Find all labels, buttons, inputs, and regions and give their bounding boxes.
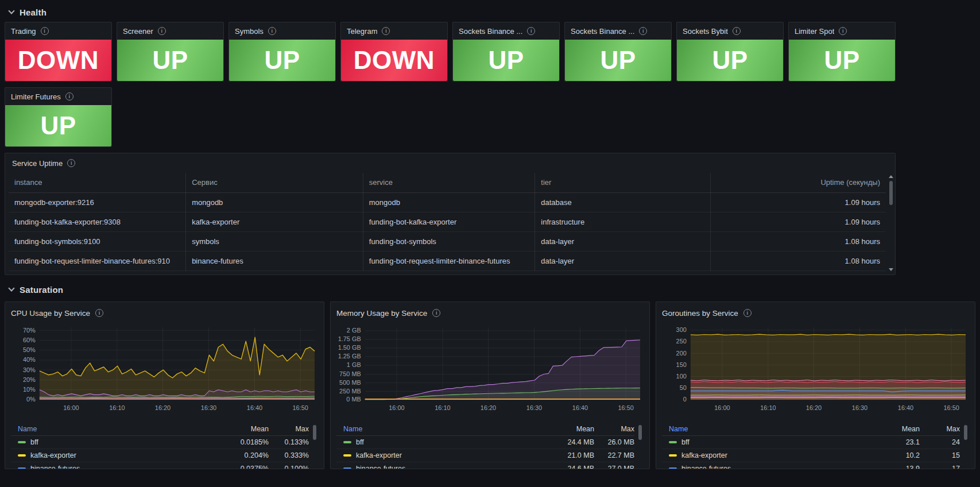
legend-sort-max[interactable]: Max [269, 425, 309, 433]
info-icon[interactable]: i [432, 309, 440, 317]
status-value: UP [565, 40, 671, 81]
legend-scrollbar[interactable] [638, 424, 642, 469]
legend-sort-max[interactable]: Max [594, 425, 634, 433]
column-header-4[interactable]: Uptime (секунды) [710, 173, 886, 192]
scroll-up-icon[interactable] [889, 175, 893, 178]
table-cell: data-layer [535, 251, 711, 270]
info-icon[interactable]: i [67, 159, 75, 167]
legend-series-toggle[interactable]: kafka-exporter [336, 451, 541, 459]
legend-scrollbar[interactable] [963, 424, 968, 469]
stat-panel-header: Limiter Futuresi [5, 88, 111, 105]
svg-text:20%: 20% [23, 376, 36, 383]
info-icon[interactable]: i [41, 27, 49, 35]
legend: NameMeanMaxbff24.4 MB26.0 MBkafka-export… [336, 423, 644, 469]
chart-panel-cpu-usage-by-service: CPU Usage by Servicei16:0016:1016:2016:3… [5, 302, 324, 469]
scrollbar-thumb[interactable] [889, 181, 893, 205]
legend-mean-value: 23.1 [867, 438, 920, 446]
status-value: DOWN [5, 40, 111, 81]
column-header-3[interactable]: tier [535, 173, 711, 192]
service-uptime-title: Service Uptime [12, 159, 63, 168]
info-icon[interactable]: i [733, 27, 741, 35]
row-header-saturation[interactable]: Saturation [5, 281, 975, 298]
legend-series-toggle[interactable]: bff [336, 438, 541, 446]
service-uptime-table: instanceСервисservicetierUptime (секунды… [9, 173, 886, 271]
legend-series-toggle[interactable]: binance-futures [11, 465, 216, 469]
stat-panel-title: Symbols [235, 27, 264, 36]
column-header-2[interactable]: service [363, 173, 534, 192]
svg-text:1.50 GB: 1.50 GB [338, 344, 361, 351]
time-series-plot-goroutines-by-service[interactable]: 16:0016:1016:2016:3016:4016:500501001502… [662, 324, 969, 415]
info-icon[interactable]: i [743, 309, 752, 317]
info-icon[interactable]: i [527, 27, 535, 35]
info-icon[interactable]: i [95, 309, 103, 317]
scrollbar-thumb[interactable] [313, 425, 316, 440]
legend-sort-mean[interactable]: Mean [216, 425, 269, 433]
table-cell: funding-bot-request-limiter-binance-futu… [9, 251, 186, 270]
table-cell: funding-bot-kafka-exporter [363, 212, 534, 231]
svg-text:16:50: 16:50 [618, 404, 633, 411]
series-color-swatch-icon [669, 454, 677, 457]
legend-header: NameMeanMax [662, 423, 960, 436]
legend-series-toggle[interactable]: kafka-exporter [662, 451, 867, 459]
svg-text:50: 50 [680, 384, 687, 391]
stat-panel-header: Symbolsi [229, 22, 335, 40]
legend-series-name: bff [356, 438, 364, 446]
legend-max-value: 15 [920, 451, 960, 459]
legend-header: NameMeanMax [11, 423, 309, 436]
scrollbar-thumb[interactable] [964, 425, 967, 440]
svg-text:10%: 10% [23, 386, 36, 393]
legend-sort-name[interactable]: Name [336, 425, 541, 433]
legend-series-toggle[interactable]: bff [662, 438, 867, 446]
scroll-down-icon[interactable] [889, 268, 893, 271]
legend-sort-name[interactable]: Name [662, 425, 867, 433]
svg-text:100: 100 [676, 373, 687, 380]
info-icon[interactable]: i [158, 27, 166, 35]
status-value: UP [677, 40, 783, 81]
status-panels-row: TradingiDOWNScreeneriUPSymbolsiUPTelegra… [5, 22, 975, 82]
legend-series-toggle[interactable]: binance-futures [336, 465, 541, 469]
scrollbar-thumb[interactable] [638, 425, 642, 440]
legend-scrollbar[interactable] [312, 424, 317, 469]
info-icon[interactable]: i [382, 27, 390, 35]
legend-sort-max[interactable]: Max [920, 425, 960, 433]
series-color-swatch-icon [18, 441, 26, 443]
table-cell: funding-bot-request-limiter-binance-futu… [363, 251, 534, 270]
svg-text:16:30: 16:30 [201, 404, 216, 411]
legend-series-name: binance-futures [681, 465, 731, 469]
legend-series-name: bff [681, 438, 690, 446]
table-cell: 1.09 hours [710, 212, 886, 231]
table-row: funding-bot-symbols:9100symbolsfunding-b… [9, 231, 886, 251]
info-icon[interactable]: i [639, 27, 647, 35]
legend-max-value: 0.133% [269, 438, 309, 446]
series-color-swatch-icon [343, 467, 351, 469]
table-row: funding-bot-request-limiter-binance-futu… [9, 251, 886, 270]
legend-row: binance-futures24.6 MB27.0 MB [336, 462, 634, 469]
legend-series-toggle[interactable]: kafka-exporter [11, 451, 216, 459]
legend-series-toggle[interactable]: binance-futures [662, 465, 867, 469]
legend-series-name: bff [30, 438, 38, 446]
health-row-title: Health [20, 7, 47, 17]
column-header-0[interactable]: instance [9, 173, 186, 192]
row-header-health[interactable]: Health [5, 3, 975, 21]
legend-series-toggle[interactable]: bff [11, 438, 216, 446]
legend-max-value: 24 [920, 438, 960, 446]
time-series-plot-cpu-usage-by-service[interactable]: 16:0016:1016:2016:3016:4016:500%10%20%30… [11, 324, 318, 415]
stat-panel-header: Sockets Binance ...i [453, 22, 559, 40]
legend-row: kafka-exporter0.204%0.333% [11, 449, 309, 462]
table-cell: symbols [186, 231, 363, 251]
status-value: DOWN [341, 40, 447, 81]
column-header-1[interactable]: Сервис [186, 173, 363, 192]
stat-panel-limiter-futures: Limiter FuturesiUP [5, 87, 112, 147]
info-icon[interactable]: i [839, 27, 847, 35]
legend-series-name: kafka-exporter [30, 451, 76, 459]
legend-sort-mean[interactable]: Mean [867, 425, 920, 433]
svg-text:16:50: 16:50 [943, 404, 959, 411]
time-series-plot-memory-usage-by-service[interactable]: 16:0016:1016:2016:3016:4016:500 MB250 MB… [336, 324, 644, 415]
info-icon[interactable]: i [65, 92, 73, 101]
legend-sort-name[interactable]: Name [11, 425, 216, 433]
info-icon[interactable]: i [268, 27, 276, 35]
legend-sort-mean[interactable]: Mean [541, 425, 594, 433]
stat-panel-title: Sockets Bybit [683, 27, 728, 36]
stat-panel-sockets-bybit: Sockets BybitiUP [676, 22, 784, 82]
table-scrollbar[interactable] [889, 175, 893, 271]
